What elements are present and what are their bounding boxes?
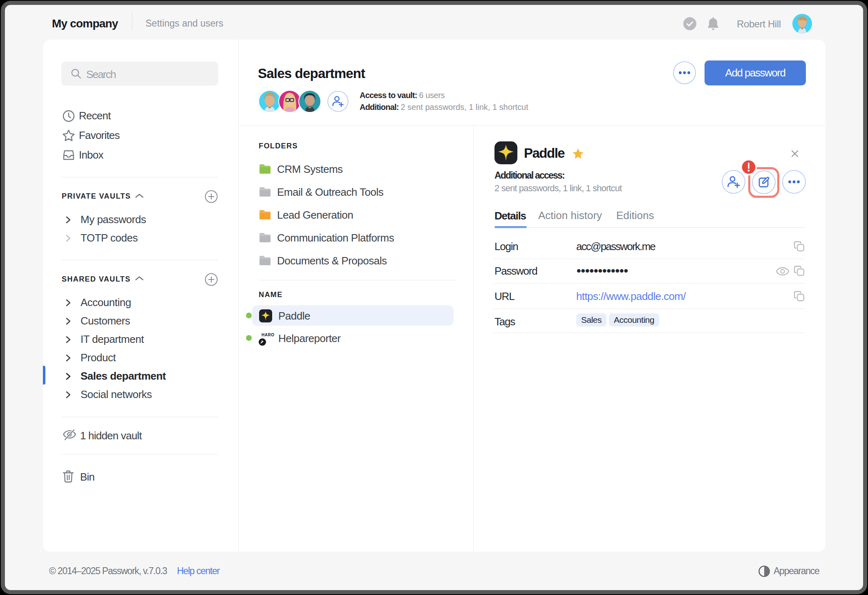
svg-text:HARO: HARO	[262, 333, 274, 337]
